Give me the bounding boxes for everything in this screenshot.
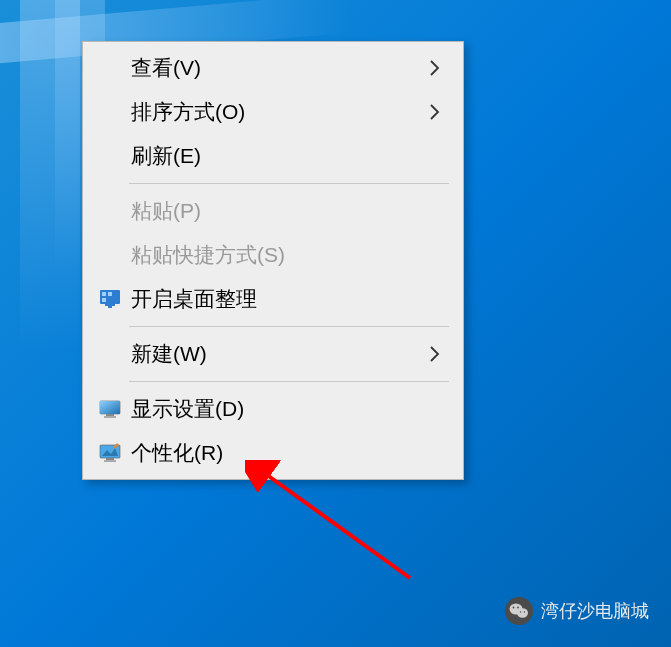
svg-point-18 <box>517 607 519 609</box>
menu-label: 个性化(R) <box>125 439 445 467</box>
menu-item-new[interactable]: 新建(W) <box>85 332 461 376</box>
menu-label: 粘贴(P) <box>125 197 445 225</box>
svg-rect-2 <box>108 292 112 296</box>
watermark-text: 湾仔沙电脑城 <box>541 599 649 623</box>
svg-line-14 <box>263 472 410 578</box>
menu-item-personalize[interactable]: 个性化(R) <box>85 431 461 475</box>
svg-rect-12 <box>104 460 116 462</box>
svg-point-20 <box>524 611 525 612</box>
menu-item-view[interactable]: 查看(V) <box>85 46 461 90</box>
chevron-right-icon <box>425 345 445 363</box>
desktop-organize-icon <box>95 284 125 314</box>
svg-point-17 <box>513 607 515 609</box>
svg-rect-4 <box>105 304 115 306</box>
wechat-icon <box>505 597 533 625</box>
svg-rect-1 <box>102 292 106 296</box>
personalize-icon <box>95 438 125 468</box>
menu-label: 查看(V) <box>125 54 425 82</box>
svg-rect-8 <box>106 414 114 416</box>
menu-label: 刷新(E) <box>125 142 445 170</box>
menu-separator <box>129 326 449 327</box>
svg-rect-7 <box>100 401 120 414</box>
spacer-icon <box>95 196 125 226</box>
chevron-right-icon <box>425 59 445 77</box>
menu-label: 新建(W) <box>125 340 425 368</box>
watermark: 湾仔沙电脑城 <box>505 597 649 625</box>
spacer-icon <box>95 97 125 127</box>
menu-item-desktop-organize[interactable]: 开启桌面整理 <box>85 277 461 321</box>
display-settings-icon <box>95 394 125 424</box>
menu-label: 显示设置(D) <box>125 395 445 423</box>
menu-item-display-settings[interactable]: 显示设置(D) <box>85 387 461 431</box>
svg-rect-11 <box>106 458 114 460</box>
spacer-icon <box>95 53 125 83</box>
svg-point-19 <box>520 611 521 612</box>
menu-separator <box>129 381 449 382</box>
spacer-icon <box>95 240 125 270</box>
chevron-right-icon <box>425 103 445 121</box>
menu-label: 粘贴快捷方式(S) <box>125 241 445 269</box>
svg-rect-5 <box>108 306 112 308</box>
menu-item-refresh[interactable]: 刷新(E) <box>85 134 461 178</box>
menu-item-paste-shortcut: 粘贴快捷方式(S) <box>85 233 461 277</box>
menu-item-paste: 粘贴(P) <box>85 189 461 233</box>
spacer-icon <box>95 339 125 369</box>
wallpaper-beam <box>20 0 80 350</box>
menu-label: 排序方式(O) <box>125 98 425 126</box>
menu-separator <box>129 183 449 184</box>
desktop-context-menu: 查看(V) 排序方式(O) 刷新(E) 粘贴(P) 粘贴快捷方式(S) <box>82 41 464 480</box>
menu-item-sort[interactable]: 排序方式(O) <box>85 90 461 134</box>
menu-label: 开启桌面整理 <box>125 285 445 313</box>
svg-rect-9 <box>104 416 116 418</box>
svg-rect-3 <box>102 298 106 302</box>
svg-point-16 <box>517 608 528 618</box>
spacer-icon <box>95 141 125 171</box>
